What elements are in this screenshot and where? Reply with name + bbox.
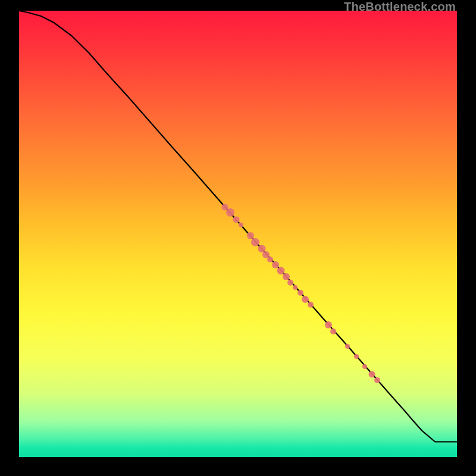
data-marker [374,377,380,383]
data-marker [239,223,243,227]
frame-left [0,0,19,476]
data-marker [345,344,350,349]
data-marker [325,321,332,328]
data-marker [330,328,336,334]
data-marker [362,364,367,369]
plot-area [19,11,457,457]
data-marker [354,354,359,359]
data-marker [302,296,309,303]
frame-bottom [0,457,476,476]
data-marker [267,256,273,262]
data-marker [308,302,314,308]
data-marker [233,217,240,223]
data-marker [369,371,375,377]
markers-layer [19,11,457,457]
chart-stage: TheBottleneck.com [0,0,476,476]
data-marker [226,208,234,217]
data-marker [251,238,259,246]
data-marker [298,290,303,296]
data-marker [287,280,293,286]
data-marker [283,273,290,280]
watermark-text: TheBottleneck.com [344,0,456,14]
frame-right [457,0,476,476]
data-marker [293,285,298,290]
